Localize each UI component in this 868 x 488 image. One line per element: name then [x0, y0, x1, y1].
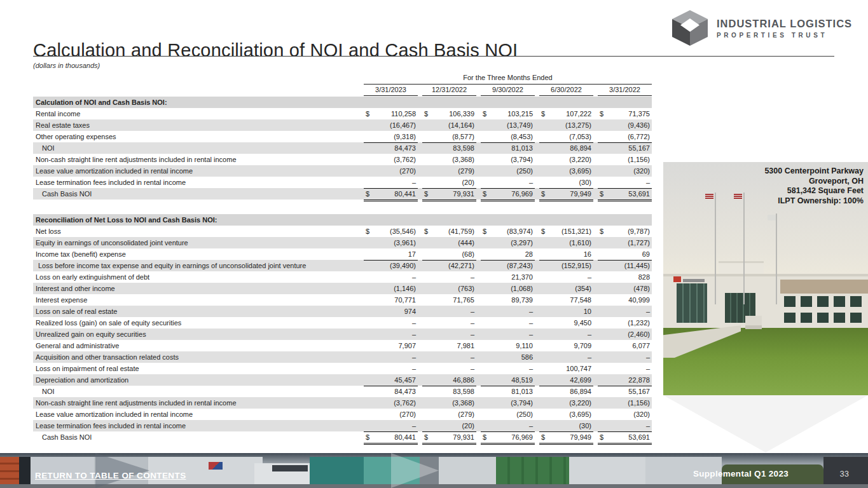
- table-row: NOI84,47383,59881,01386,89455,167: [33, 386, 652, 397]
- value-cell: $107,222: [535, 108, 593, 119]
- row-label: Unrealized gain on equity securities: [33, 329, 359, 340]
- value-cell: –: [535, 351, 593, 363]
- row-label: Equity in earnings of unconsolidated joi…: [33, 237, 359, 248]
- value-cell: (30): [535, 177, 593, 189]
- value-cell: $53,691: [593, 431, 652, 445]
- value-cell: 83,598: [418, 386, 476, 397]
- value-cell: $80,441: [359, 188, 418, 201]
- value-cell: (320): [593, 409, 652, 420]
- logo-company-name: INDUSTRIAL LOGISTICS: [717, 18, 852, 30]
- page-title: Calculation and Reconciliation of NOI an…: [33, 40, 518, 61]
- value-cell: 7,981: [418, 340, 476, 351]
- row-label: Lease value amortization included in ren…: [33, 165, 359, 177]
- value-cell: (3,762): [359, 154, 418, 165]
- value-cell: (279): [418, 409, 476, 420]
- value-cell: (152,915): [535, 260, 593, 271]
- flagpole: [743, 193, 745, 304]
- value-cell: 55,167: [593, 142, 652, 154]
- table-row: Unrealized gain on equity securities––––…: [33, 329, 652, 340]
- column-header: 3/31/2023: [359, 85, 418, 97]
- value-cell: (8,453): [476, 131, 535, 143]
- property-address: 5300 Centerpoint Parkway: [764, 166, 864, 177]
- row-label: Lease termination fees included in renta…: [33, 177, 359, 189]
- flag-icon: [705, 194, 713, 200]
- row-label: NOI: [33, 142, 359, 154]
- truck-windshield: [272, 465, 308, 471]
- value-cell: (3,368): [418, 154, 476, 165]
- value-cell: $103,215: [476, 108, 535, 119]
- value-cell: (13,275): [535, 119, 593, 131]
- value-cell: $79,949: [535, 188, 593, 201]
- value-cell: 828: [593, 271, 652, 283]
- value-cell: –: [418, 271, 476, 283]
- row-label: Real estate taxes: [33, 119, 359, 131]
- property-size: 581,342 Square Feet: [764, 186, 864, 196]
- value-cell: –: [476, 177, 535, 189]
- value-cell: 21,370: [476, 271, 535, 283]
- value-cell: 100,747: [535, 363, 593, 374]
- container-green: [496, 457, 569, 484]
- flagpole: [715, 193, 716, 304]
- value-cell: (3,762): [359, 397, 418, 409]
- value-cell: $106,339: [418, 108, 476, 119]
- value-cell: –: [418, 317, 476, 329]
- flagpole: [776, 214, 777, 304]
- value-cell: –: [535, 271, 593, 283]
- logo-text: INDUSTRIAL LOGISTICS PROPERTIES TRUST: [717, 18, 852, 39]
- return-to-toc-link[interactable]: RETURN TO TABLE OF CONTENTS: [35, 471, 186, 480]
- row-label: Depreciation and amortization: [33, 374, 359, 386]
- value-cell: 10: [535, 306, 593, 317]
- table-row: Rental income$110,258$106,339$103,215$10…: [33, 108, 652, 119]
- value-cell: –: [476, 317, 535, 329]
- value-cell: –: [593, 351, 652, 363]
- value-cell: 77,548: [535, 294, 593, 306]
- value-cell: (14,164): [418, 119, 476, 131]
- value-cell: $(41,759): [418, 226, 476, 237]
- building-window-strip: [784, 296, 864, 307]
- value-cell: 84,473: [359, 142, 418, 154]
- flag-icon: [768, 215, 776, 220]
- section-header-row: Reconciliation of Net Loss to NOI and Ca…: [33, 214, 652, 226]
- trailer-white: [439, 457, 496, 484]
- table-row: Realized loss (gain) on sale of equity s…: [33, 317, 652, 329]
- value-cell: –: [593, 177, 652, 189]
- column-header: 12/31/2022: [418, 85, 476, 97]
- value-cell: 71,765: [418, 294, 476, 306]
- value-cell: $79,931: [418, 188, 476, 201]
- value-cell: (16,467): [359, 119, 418, 131]
- column-header: 3/31/2022: [593, 85, 652, 97]
- value-cell: –: [593, 363, 652, 374]
- avnet-logo-mark: [673, 276, 681, 282]
- value-cell: (270): [359, 165, 418, 177]
- value-cell: –: [359, 329, 418, 340]
- holland-logo-mark: [209, 462, 223, 470]
- container-dark: [19, 457, 31, 484]
- row-label: Other operating expenses: [33, 131, 359, 143]
- container-orange: [0, 457, 19, 484]
- row-label: Cash Basis NOI: [33, 188, 359, 201]
- value-cell: (1,146): [359, 283, 418, 294]
- column-header: 6/30/2022: [535, 85, 593, 97]
- supplemental-label: Supplemental Q1 2023: [693, 469, 789, 478]
- value-cell: (3,794): [476, 397, 535, 409]
- page-number: 33: [840, 469, 849, 478]
- value-cell: (270): [359, 409, 418, 420]
- table-row: Lease termination fees included in renta…: [33, 177, 652, 188]
- trailer-white: [569, 457, 645, 484]
- value-cell: $80,441: [359, 431, 418, 445]
- value-cell: $(151,321): [535, 226, 593, 237]
- value-cell: 17: [359, 248, 418, 261]
- value-cell: 69: [593, 248, 652, 261]
- value-cell: $71,375: [593, 108, 652, 119]
- value-cell: 6,077: [593, 340, 652, 351]
- value-cell: –: [359, 420, 418, 432]
- value-cell: –: [593, 420, 652, 432]
- value-cell: (1,232): [593, 317, 652, 329]
- value-cell: (279): [418, 165, 476, 177]
- row-label: Interest expense: [33, 294, 359, 306]
- value-cell: $(83,974): [476, 226, 535, 237]
- period-header-row: For the Three Months Ended: [33, 72, 652, 85]
- logo-company-subname: PROPERTIES TRUST: [717, 32, 852, 39]
- table-row: Loss on early extinguishment of debt––21…: [33, 271, 652, 283]
- value-cell: –: [359, 317, 418, 329]
